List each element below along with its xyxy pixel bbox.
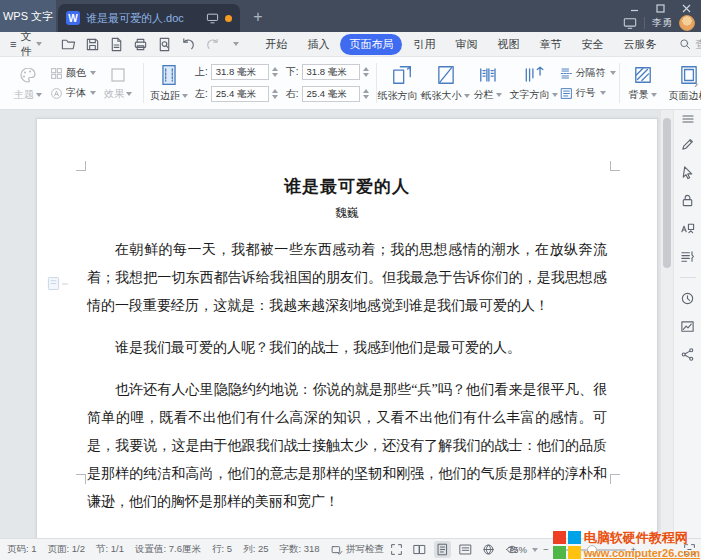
document-tab[interactable]: W 谁是最可爱的人.doc xyxy=(58,4,240,32)
fonts-icon xyxy=(50,87,63,100)
orientation-button[interactable]: 纸张方向 xyxy=(380,60,424,106)
status-page-number: 页码: 1 xyxy=(7,543,37,556)
document-author: 魏巍 xyxy=(87,205,607,222)
tab-insert[interactable]: 插入 xyxy=(298,34,338,55)
margins-button[interactable]: 页边距 xyxy=(147,60,191,106)
page-view-button[interactable] xyxy=(434,541,451,558)
background-icon xyxy=(633,65,653,85)
theme-button[interactable]: 主题 xyxy=(6,60,50,106)
chevron-down-icon xyxy=(600,91,606,95)
avatar[interactable] xyxy=(679,15,695,31)
line-numbers-button[interactable]: 行号 xyxy=(560,86,616,100)
chevron-down-icon xyxy=(233,42,239,46)
search-input[interactable] xyxy=(695,38,701,50)
margin-top-stepper[interactable] xyxy=(272,67,278,77)
cursor-select-icon[interactable] xyxy=(680,165,695,180)
translate-icon[interactable] xyxy=(680,221,695,236)
ribbon-tabs: 开始 插入 页面布局 引用 审阅 视图 章节 安全 云服务 xyxy=(256,34,665,55)
margin-bottom-stepper[interactable] xyxy=(363,67,369,77)
watermark-text: 电脑软硬件教程网 www.computer26.com xyxy=(584,529,700,559)
titlebar: WPS 文字 W 谁是最可爱的人.doc + 李勇 xyxy=(0,0,701,32)
theme-colors-button[interactable]: 颜色 xyxy=(50,66,96,80)
file-menu-button[interactable]: ≡ 文件 xyxy=(0,29,50,59)
save-button[interactable] xyxy=(82,35,102,53)
document-page[interactable]: 谁是最可爱的人 魏巍 在朝鲜的每一天，我都被一些东西感动着；我的思想感情的潮水，… xyxy=(36,118,658,538)
lock-icon[interactable] xyxy=(680,193,695,208)
chevron-down-icon xyxy=(651,93,657,97)
status-page-count: 页面: 1/2 xyxy=(48,543,86,556)
print-button[interactable] xyxy=(130,35,150,53)
right-toolbar xyxy=(673,110,701,538)
unsaved-dot-icon xyxy=(225,15,232,22)
vertical-scrollbar[interactable] xyxy=(660,110,673,538)
book-view-button[interactable] xyxy=(411,541,428,558)
fullscreen-view-button[interactable] xyxy=(388,541,405,558)
tab-page-layout[interactable]: 页面布局 xyxy=(340,34,402,55)
menubar: ≡ 文件 开始 插入 页面布局 引用 审阅 视图 章节 安全 云服务 xyxy=(0,32,701,57)
new-tab-button[interactable]: + xyxy=(248,6,268,28)
margin-right-stepper[interactable] xyxy=(363,89,369,99)
margins-icon xyxy=(159,64,179,86)
user-name[interactable]: 李勇 xyxy=(652,16,672,30)
spin-down-icon xyxy=(363,73,369,77)
zoom-out-button[interactable]: − xyxy=(543,544,549,555)
tab-review[interactable]: 审阅 xyxy=(446,34,486,55)
breaks-button[interactable]: 分隔符 xyxy=(560,66,616,80)
tab-security[interactable]: 安全 xyxy=(572,34,612,55)
margin-top-field: 上: 31.8 毫米 xyxy=(195,64,278,80)
outline-view-button[interactable] xyxy=(457,541,474,558)
theme-effects-button[interactable]: 效果 xyxy=(96,60,140,106)
scrollbar-thumb[interactable] xyxy=(663,118,671,268)
paragraph-settings-icon[interactable] xyxy=(680,249,695,264)
margin-bottom-label: 下: xyxy=(286,65,299,79)
undo-button[interactable] xyxy=(178,35,198,53)
margin-left-stepper[interactable] xyxy=(272,89,278,99)
margin-top-input[interactable]: 31.8 毫米 xyxy=(211,64,269,80)
toolbar-more-button[interactable] xyxy=(226,35,246,53)
chart-preview-icon[interactable] xyxy=(680,319,695,334)
share-icon[interactable] xyxy=(680,347,695,362)
margin-mark xyxy=(610,161,620,171)
theme-options: 颜色 字体 xyxy=(50,66,96,100)
palette-icon xyxy=(18,65,38,85)
app-tab-label: WPS 文字 xyxy=(3,9,53,24)
command-search[interactable] xyxy=(679,38,701,50)
margin-left-input[interactable]: 25.4 毫米 xyxy=(211,86,269,102)
zoom-caret-icon[interactable] xyxy=(532,548,538,552)
windows-logo-icon xyxy=(553,531,581,559)
zoom-level[interactable]: 75% xyxy=(508,544,527,555)
chevron-down-icon xyxy=(496,93,502,97)
tab-view[interactable]: 视图 xyxy=(488,34,528,55)
web-view-button[interactable] xyxy=(480,541,497,558)
panel-handle-icon[interactable] xyxy=(681,114,695,124)
history-icon[interactable] xyxy=(680,291,695,306)
open-button[interactable] xyxy=(58,35,78,53)
text-direction-button[interactable]: 文字方向 xyxy=(508,60,560,106)
theme-fonts-button[interactable]: 字体 xyxy=(50,86,96,100)
columns-button[interactable]: 分栏 xyxy=(468,60,508,106)
document-canvas[interactable]: 谁是最可爱的人 魏巍 在朝鲜的每一天，我都被一些东西感动着；我的思想感情的潮水，… xyxy=(0,110,673,538)
app-tab-wps[interactable]: WPS 文字 xyxy=(0,0,56,32)
ribbon-expand-arrow[interactable]: › xyxy=(694,77,698,91)
margin-bottom-input[interactable]: 31.8 毫米 xyxy=(302,64,360,80)
divider xyxy=(680,277,696,278)
wps-doc-icon: W xyxy=(66,11,80,25)
margin-right-input[interactable]: 25.4 毫米 xyxy=(302,86,360,102)
export-pdf-button[interactable] xyxy=(106,35,126,53)
device-sync-icon[interactable] xyxy=(623,17,637,30)
print-preview-button[interactable] xyxy=(154,35,174,53)
tab-references[interactable]: 引用 xyxy=(404,34,444,55)
tab-cloud[interactable]: 云服务 xyxy=(614,34,665,55)
theme-label: 主题 xyxy=(14,88,34,102)
redo-button[interactable] xyxy=(202,35,222,53)
paper-size-button[interactable]: 纸张大小 xyxy=(424,60,468,106)
pen-icon[interactable] xyxy=(680,137,695,152)
spellcheck-button[interactable]: 拼写检查 xyxy=(331,543,384,556)
paragraph-page-icon[interactable] xyxy=(47,276,68,291)
tab-section[interactable]: 章节 xyxy=(530,34,570,55)
tab-home[interactable]: 开始 xyxy=(256,34,296,55)
text-direction-icon xyxy=(523,65,545,85)
wps-writer-window: WPS 文字 W 谁是最可爱的人.doc + 李勇 ≡ 文件 xyxy=(0,0,701,560)
status-word-count[interactable]: 字数: 318 xyxy=(279,543,319,556)
background-button[interactable]: 背景 xyxy=(623,60,663,106)
